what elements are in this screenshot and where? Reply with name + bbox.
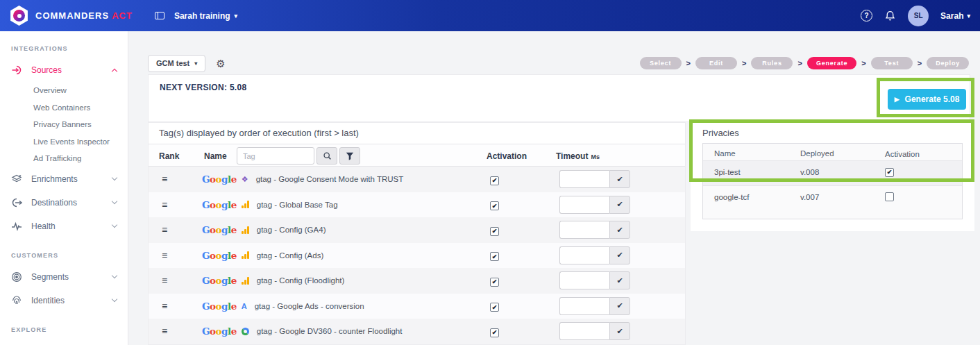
activation-checkbox[interactable]: ✔ (490, 303, 499, 312)
tag-name-cell: GoogleAgtag - Google Ads - conversion (202, 301, 364, 312)
gear-icon[interactable]: ⚙ (216, 58, 225, 69)
tag-activation-cell: ✔ (490, 199, 499, 211)
sidebar-subitem-live-events-inspector[interactable]: Live Events Inspector (0, 133, 128, 151)
sidebar-item-enrichments[interactable]: Enrichments (0, 167, 128, 191)
sidebar-item-destinations[interactable]: Destinations (0, 191, 128, 214)
search-button[interactable] (316, 147, 337, 165)
help-icon[interactable]: ? (861, 10, 872, 22)
sidebar-subitem-privacy-banners[interactable]: Privacy Banners (0, 116, 128, 133)
notifications-bell-icon[interactable] (884, 10, 896, 22)
workspace-selector[interactable]: Sarah training ▾ (174, 11, 237, 21)
tag-name: gtag - Google Consent Mode with TRUST (256, 175, 404, 183)
tag-search-group (237, 147, 360, 165)
main-content: GCM test ▾ ⚙ Select>Edit>Rules>Generate>… (128, 31, 980, 345)
sidebar-item-campaign-analysis[interactable]: Campaign Analysis (0, 339, 128, 345)
sidebar-item-segments[interactable]: Segments (0, 265, 128, 289)
sidebar-item-identities[interactable]: Identities (0, 289, 128, 312)
user-menu[interactable]: Sarah ▾ (940, 11, 970, 21)
timeout-input[interactable] (559, 170, 609, 188)
sidebar-item-label: Sources (31, 65, 112, 75)
timeout-input[interactable] (559, 297, 609, 315)
google-dv360-icon (242, 328, 249, 335)
google-logo: Google (202, 301, 237, 312)
sidebar-section-explore: EXPLORE (0, 312, 128, 339)
timeout-input[interactable] (559, 271, 609, 289)
sidebar-toggle-icon[interactable] (155, 12, 164, 19)
sidebar-subitem-web-containers[interactable]: Web Containers (0, 99, 128, 117)
tag-row: ≡Googlegtag - Config (Floodlight)✔✔ (149, 268, 685, 294)
timeout-confirm-button[interactable]: ✔ (609, 271, 630, 289)
sidebar-item-label: Destinations (31, 198, 112, 208)
generate-button[interactable]: ▶ Generate 5.08 (888, 89, 966, 110)
sidebar-item-health[interactable]: Health (0, 214, 128, 238)
sidebar-item-sources[interactable]: Sources (0, 58, 128, 82)
activation-checkbox[interactable]: ✔ (490, 278, 499, 287)
play-icon: ▶ (895, 96, 899, 103)
tag-row: ≡Googlegtag - Config (Ads)✔✔ (149, 243, 685, 269)
activation-checkbox[interactable]: ✔ (885, 168, 894, 177)
step-separator-icon: > (861, 59, 865, 67)
timeout-unit-label: Ms (591, 153, 600, 160)
wizard-steps: Select>Edit>Rules>Generate>Test>Deploy (640, 57, 969, 69)
drag-handle-icon[interactable]: ≡ (162, 199, 167, 210)
tag-search-input[interactable] (237, 147, 314, 165)
timeout-confirm-button[interactable]: ✔ (609, 246, 630, 264)
drag-handle-icon[interactable]: ≡ (162, 224, 167, 235)
step-separator-icon: > (686, 59, 691, 67)
check-icon: ✔ (616, 226, 623, 235)
step-test[interactable]: Test (871, 57, 913, 69)
tag-row: ≡GoogleAgtag - Google Ads - conversion✔✔ (149, 294, 685, 319)
tag-row: ≡Google❖gtag - Google Consent Mode with … (149, 167, 685, 192)
timeout-input[interactable] (559, 196, 609, 214)
chevron-down-icon: ▾ (235, 12, 238, 19)
timeout-confirm-button[interactable]: ✔ (609, 221, 630, 239)
tags-table-header: Rank Name Activation TimeoutMs (149, 144, 685, 167)
privacies-panel: Privacies Name Deployed Activation 3pi-t… (691, 122, 974, 231)
timeout-input[interactable] (559, 221, 609, 239)
timeout-input[interactable] (559, 322, 609, 340)
step-select[interactable]: Select (640, 57, 682, 69)
drag-handle-icon[interactable]: ≡ (162, 326, 167, 337)
step-deploy[interactable]: Deploy (927, 57, 969, 69)
container-selector-dropdown[interactable]: GCM test ▾ (148, 55, 205, 72)
timeout-confirm-button[interactable]: ✔ (609, 322, 630, 340)
google-logo: Google (202, 275, 237, 286)
generate-button-label: Generate 5.08 (905, 94, 960, 104)
timeout-confirm-button[interactable]: ✔ (609, 196, 630, 214)
drag-handle-icon[interactable]: ≡ (162, 174, 167, 185)
container-toolbar: GCM test ▾ ⚙ Select>Edit>Rules>Generate>… (148, 54, 969, 72)
step-separator-icon: > (797, 59, 802, 67)
timeout-input[interactable] (559, 246, 609, 264)
step-generate[interactable]: Generate (807, 57, 856, 69)
activation-checkbox[interactable]: ✔ (490, 176, 499, 185)
drag-handle-icon[interactable]: ≡ (162, 275, 167, 286)
filter-button[interactable] (339, 147, 360, 165)
timeout-confirm-button[interactable]: ✔ (609, 170, 630, 188)
activation-checkbox[interactable]: ✔ (490, 227, 499, 236)
activation-checkbox[interactable]: ✔ (490, 252, 499, 261)
activation-checkbox[interactable]: ✔ (490, 201, 499, 210)
google-analytics-icon (242, 251, 249, 259)
segments-target-icon (11, 271, 22, 283)
activation-checkbox[interactable]: ✔ (490, 328, 499, 337)
sidebar-section-integrations: INTEGRATIONS (0, 31, 128, 58)
tag-activation-cell: ✔ (490, 325, 499, 337)
tag-name-cell: Googlegtag - Config (GA4) (202, 224, 326, 235)
drag-handle-icon[interactable]: ≡ (162, 301, 167, 312)
google-logo: Google (202, 199, 237, 210)
activation-checkbox[interactable] (885, 192, 894, 201)
sidebar-item-label: Enrichments (31, 174, 112, 184)
sidebar-subitem-overview[interactable]: Overview (0, 82, 128, 99)
drag-handle-icon[interactable]: ≡ (162, 250, 167, 261)
sidebar-subitem-ad-trafficking[interactable]: Ad Trafficking (0, 150, 128, 167)
next-version-label: NEXT VERSION: 5.08 (160, 83, 246, 92)
privacies-column-name: Name (714, 149, 736, 158)
user-avatar[interactable]: SL (908, 6, 929, 26)
timeout-confirm-button[interactable]: ✔ (609, 297, 630, 315)
privacy-deployed-version: v.008 (800, 168, 819, 176)
chevron-down-icon (112, 199, 117, 204)
step-rules[interactable]: Rules (751, 57, 793, 69)
privacies-table-header: Name Deployed Activation (703, 144, 962, 160)
step-edit[interactable]: Edit (695, 57, 737, 69)
privacies-table: Name Deployed Activation 3pi-testv.008✔g… (702, 143, 963, 219)
